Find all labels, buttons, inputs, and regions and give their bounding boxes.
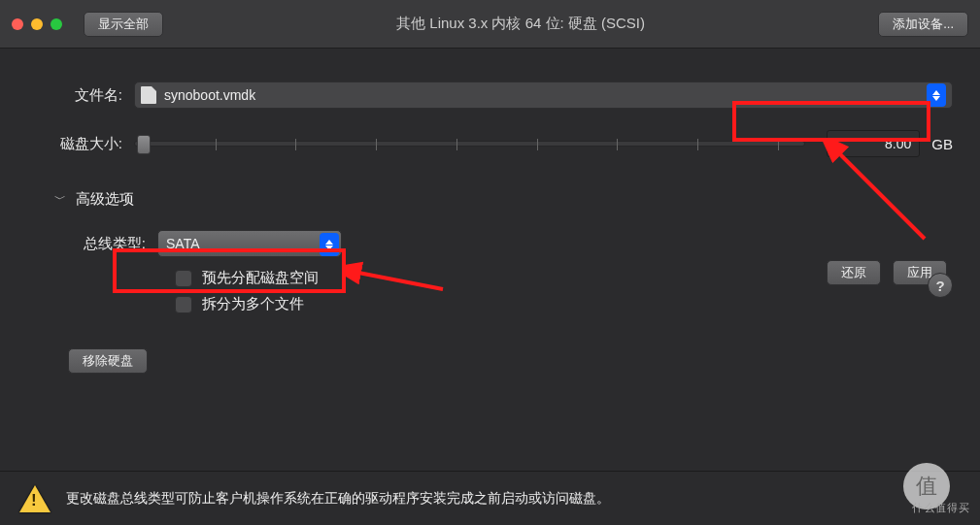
disksize-label: 磁盘大小: [27, 135, 122, 153]
titlebar: 显示全部 其他 Linux 3.x 内核 64 位: 硬盘 (SCSI) 添加设… [0, 0, 980, 49]
slider-thumb-icon[interactable] [137, 135, 151, 154]
filename-value: synoboot.vmdk [164, 87, 927, 103]
dropdown-stepper-icon[interactable] [927, 83, 946, 107]
filename-row: 文件名: synoboot.vmdk [27, 82, 953, 109]
footer-bar: ! 更改磁盘总线类型可防止客户机操作系统在正确的驱动程序安装完成之前启动或访问磁… [0, 471, 980, 525]
bus-type-select[interactable]: SATA [157, 230, 342, 257]
window-controls [12, 18, 62, 30]
add-device-button[interactable]: 添加设备... [878, 12, 968, 37]
content-area: 文件名: synoboot.vmdk 磁盘大小: [0, 49, 980, 374]
watermark: 值 什么值得买 [885, 459, 968, 513]
bus-type-row: 总线类型: SATA [27, 230, 953, 257]
window-title: 其他 Linux 3.x 内核 64 位: 硬盘 (SCSI) [171, 15, 870, 33]
chevron-down-icon: ﹀ [54, 191, 66, 208]
show-all-button[interactable]: 显示全部 [84, 12, 163, 37]
dropdown-stepper-icon[interactable] [320, 233, 339, 256]
filename-label: 文件名: [27, 86, 122, 105]
watermark-text: 什么值得买 [912, 501, 970, 515]
minimize-icon[interactable] [31, 18, 43, 30]
split-row: 拆分为多个文件 [175, 295, 953, 313]
footer-warning-text: 更改磁盘总线类型可防止客户机操作系统在正确的驱动程序安装完成之前启动或访问磁盘。 [66, 490, 610, 508]
file-icon [141, 86, 156, 104]
help-button[interactable]: ? [928, 273, 953, 298]
split-checkbox[interactable] [175, 296, 192, 313]
warning-icon: ! [19, 485, 51, 512]
remove-disk-button[interactable]: 移除硬盘 [68, 348, 148, 374]
maximize-icon[interactable] [51, 18, 62, 30]
revert-button[interactable]: 还原 [827, 260, 881, 285]
bus-type-label: 总线类型: [27, 235, 146, 253]
bus-type-value: SATA [166, 236, 200, 251]
disksize-input[interactable] [827, 130, 920, 157]
disksize-slider[interactable] [134, 141, 805, 147]
split-label: 拆分为多个文件 [202, 295, 304, 313]
prealloc-checkbox[interactable] [175, 270, 192, 287]
advanced-disclosure[interactable]: ﹀ 高级选项 [54, 190, 953, 209]
prealloc-label: 预先分配磁盘空间 [202, 269, 319, 287]
disksize-row: 磁盘大小: GB [27, 130, 953, 157]
disksize-unit: GB [931, 136, 953, 152]
filename-dropdown[interactable]: synoboot.vmdk [134, 82, 953, 109]
advanced-label: 高级选项 [76, 190, 134, 209]
close-icon[interactable] [12, 18, 23, 30]
